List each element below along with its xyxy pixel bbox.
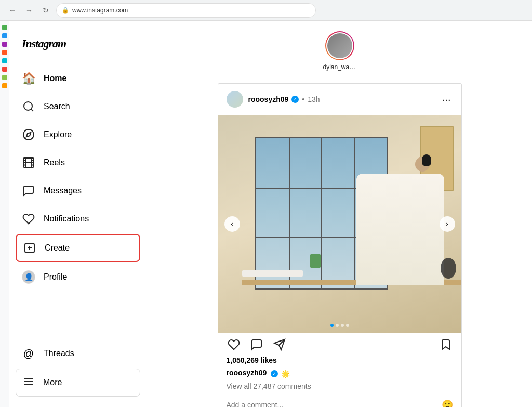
instagram-logo: Instagram bbox=[16, 31, 140, 55]
sidebar-item-reels[interactable]: Reels bbox=[16, 150, 140, 176]
ext-icon-5[interactable] bbox=[2, 58, 7, 63]
post-image-scene bbox=[218, 115, 461, 333]
person-hair bbox=[422, 154, 431, 166]
instagram-feed: dylan_wan... rooosyzh09 ✓ • 13h ··· bbox=[147, 21, 532, 407]
threads-label: Threads bbox=[44, 349, 74, 358]
post-time: 13h bbox=[308, 95, 320, 103]
post-username[interactable]: rooosyzh09 bbox=[248, 95, 289, 103]
sidebar-item-notifications[interactable]: Notifications bbox=[16, 206, 140, 232]
post-more-button[interactable]: ··· bbox=[440, 94, 453, 106]
story-avatar bbox=[326, 32, 353, 59]
reels-icon bbox=[22, 156, 35, 169]
like-button[interactable] bbox=[227, 337, 241, 352]
emoji-button[interactable]: 🙂 bbox=[442, 399, 453, 407]
url-text: www.instagram.com bbox=[72, 7, 128, 14]
profile-avatar-icon: 👤 bbox=[22, 270, 35, 284]
sidebar-item-create[interactable]: Create bbox=[16, 234, 140, 262]
svg-marker-3 bbox=[26, 133, 31, 137]
instagram-sidebar: Instagram 🏠 Home Search bbox=[9, 21, 147, 407]
notifications-label: Notifications bbox=[44, 214, 89, 224]
sidebar-item-explore[interactable]: Explore bbox=[16, 122, 140, 148]
sidebar-item-search[interactable]: Search bbox=[16, 94, 140, 120]
post-dot-4 bbox=[346, 324, 349, 327]
create-label: Create bbox=[45, 243, 70, 253]
post-image: ‹ › bbox=[218, 115, 461, 333]
post-verified-badge: ✓ bbox=[291, 96, 299, 103]
green-cup bbox=[310, 254, 321, 268]
nav-items-list: 🏠 Home Search bbox=[16, 65, 140, 340]
sidebar-item-home[interactable]: 🏠 Home bbox=[16, 65, 140, 91]
post-dot-2 bbox=[336, 324, 339, 327]
messages-icon bbox=[22, 184, 35, 198]
sidebar-item-threads[interactable]: @ Threads bbox=[16, 340, 140, 366]
post-card: rooosyzh09 ✓ • 13h ··· bbox=[218, 83, 462, 407]
ext-icon-2[interactable] bbox=[2, 33, 7, 38]
reels-label: Reels bbox=[44, 158, 65, 167]
stories-row: dylan_wan... bbox=[323, 31, 356, 71]
post-likes-count[interactable]: 1,050,269 likes bbox=[218, 356, 461, 369]
ext-icon-1[interactable] bbox=[2, 25, 7, 30]
more-icon bbox=[22, 375, 35, 390]
sidebar-bottom: @ Threads More bbox=[16, 340, 140, 397]
ext-icon-7[interactable] bbox=[2, 75, 7, 80]
post-dots-indicator bbox=[330, 324, 349, 327]
ext-icon-3[interactable] bbox=[2, 42, 7, 47]
search-icon bbox=[22, 100, 35, 113]
post-header-info: rooosyzh09 ✓ • 13h bbox=[248, 95, 435, 103]
svg-point-2 bbox=[23, 129, 34, 140]
window-grid-v1 bbox=[289, 138, 290, 288]
post-dot-3 bbox=[341, 324, 344, 327]
url-bar[interactable]: 🔒 www.instagram.com bbox=[56, 3, 316, 18]
back-button[interactable]: ← bbox=[6, 4, 19, 17]
story-avatar-ring bbox=[325, 31, 354, 60]
bookmark-button[interactable] bbox=[438, 337, 453, 352]
explore-label: Explore bbox=[44, 130, 72, 139]
story-item-dylan[interactable]: dylan_wan... bbox=[323, 31, 356, 71]
post-header: rooosyzh09 ✓ • 13h ··· bbox=[218, 84, 461, 115]
home-label: Home bbox=[44, 74, 66, 83]
notifications-icon bbox=[22, 212, 35, 226]
ext-icon-4[interactable] bbox=[2, 50, 7, 55]
home-icon: 🏠 bbox=[22, 72, 35, 85]
speaker bbox=[441, 258, 456, 279]
post-dot-separator: • bbox=[302, 95, 304, 103]
sidebar-item-more[interactable]: More bbox=[16, 369, 140, 397]
ext-icon-6[interactable] bbox=[2, 67, 7, 72]
threads-icon: @ bbox=[22, 347, 35, 360]
person-figure bbox=[352, 154, 449, 285]
person-body bbox=[356, 174, 444, 285]
svg-point-0 bbox=[24, 102, 32, 110]
post-next-button[interactable]: › bbox=[440, 216, 455, 232]
messages-label: Messages bbox=[44, 186, 82, 195]
view-comments-link[interactable]: View all 27,487 comments bbox=[218, 382, 461, 395]
svg-line-1 bbox=[31, 109, 33, 111]
post-caption: rooosyzh09 ✓ 🌟 bbox=[218, 369, 461, 382]
desk-device bbox=[242, 270, 303, 277]
browser-extensions-sidebar bbox=[0, 21, 9, 407]
explore-icon bbox=[22, 128, 35, 141]
post-prev-button[interactable]: ‹ bbox=[224, 216, 240, 232]
add-comment-section: 🙂 bbox=[218, 395, 461, 407]
sidebar-item-messages[interactable]: Messages bbox=[16, 178, 140, 204]
caption-verified-badge: ✓ 🌟 bbox=[271, 370, 290, 378]
story-username: dylan_wan... bbox=[323, 63, 356, 71]
browser-chrome: ← → ↻ 🔒 www.instagram.com bbox=[0, 0, 532, 21]
more-label: More bbox=[43, 378, 62, 387]
profile-label: Profile bbox=[44, 272, 67, 282]
forward-button[interactable]: → bbox=[23, 4, 35, 17]
share-button[interactable] bbox=[272, 337, 287, 352]
comment-button[interactable] bbox=[249, 337, 264, 352]
reload-button[interactable]: ↻ bbox=[39, 4, 52, 17]
lock-icon: 🔒 bbox=[62, 7, 69, 14]
post-dot-1 bbox=[330, 324, 334, 327]
comment-input[interactable] bbox=[227, 401, 436, 407]
sidebar-item-profile[interactable]: 👤 Profile bbox=[16, 264, 140, 290]
create-icon bbox=[23, 241, 36, 255]
window-grid-v2 bbox=[321, 138, 322, 288]
post-author-avatar[interactable] bbox=[227, 91, 243, 108]
main-content: Instagram 🏠 Home Search bbox=[9, 21, 532, 407]
caption-username[interactable]: rooosyzh09 bbox=[227, 369, 267, 377]
post-actions bbox=[218, 333, 461, 356]
search-label: Search bbox=[44, 102, 70, 111]
ext-icon-8[interactable] bbox=[2, 83, 7, 88]
